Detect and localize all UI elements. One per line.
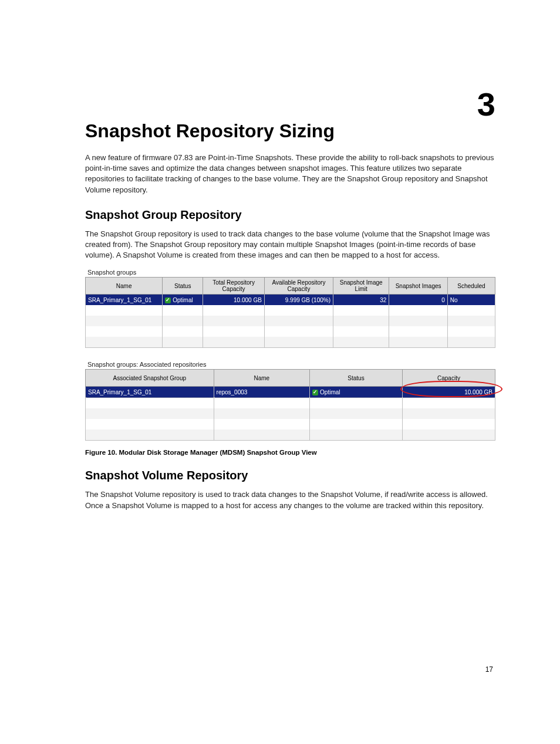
table-row [86, 326, 495, 337]
cell-status-text: Optimal [173, 297, 193, 303]
table2-label: Snapshot groups: Associated repositories [87, 361, 495, 368]
figure-snapshot-groups: Snapshot groups Name Status Total Reposi… [85, 269, 495, 441]
col-images: Snapshot Images [389, 278, 448, 295]
cell-capacity: 10.000 GB [402, 387, 495, 398]
col-name2: Name [214, 370, 310, 387]
cell-scheduled: No [447, 295, 495, 306]
cell-total: 10.000 GB [203, 295, 265, 306]
table-row [86, 316, 495, 326]
col-status2: Status [310, 370, 403, 387]
table-row [86, 305, 495, 316]
table-row [86, 337, 495, 348]
cell-images: 0 [389, 295, 448, 306]
col-image-limit: Snapshot Image Limit [333, 278, 389, 295]
table-row [86, 398, 495, 409]
cell-status2: Optimal [310, 387, 403, 398]
cell-status2-text: Optimal [320, 389, 340, 395]
col-name: Name [86, 278, 163, 295]
intro-paragraph: A new feature of firmware 07.83 are Poin… [85, 153, 495, 195]
col-assoc-group: Associated Snapshot Group [86, 370, 214, 387]
col-capacity: Capacity [402, 370, 495, 387]
associated-repos-table: Associated Snapshot Group Name Status Ca… [85, 369, 495, 441]
table-row [86, 408, 495, 419]
table-row [86, 419, 495, 430]
snapshot-groups-table: Name Status Total Repository Capacity Av… [85, 277, 495, 348]
page-title: Snapshot Repository Sizing [85, 120, 495, 142]
checkmark-icon [165, 297, 171, 303]
checkmark-icon [312, 390, 318, 395]
section-heading-volume-repo: Snapshot Volume Repository [85, 469, 495, 482]
chapter-number: 3 [477, 88, 495, 121]
cell-limit: 32 [333, 295, 389, 306]
cell-name: SRA_Primary_1_SG_01 [86, 295, 163, 306]
cell-available: 9.999 GB (100%) [264, 295, 333, 306]
section1-paragraph: The Snapshot Group repository is used to… [85, 229, 495, 261]
col-scheduled: Scheduled [447, 278, 495, 295]
cell-group: SRA_Primary_1_SG_01 [86, 387, 214, 398]
section-heading-group-repo: Snapshot Group Repository [85, 208, 495, 222]
table1-label: Snapshot groups [87, 269, 495, 276]
cell-status: Optimal [163, 295, 203, 306]
table-row[interactable]: SRA_Primary_1_SG_01 Optimal 10.000 GB 9.… [86, 295, 495, 306]
table-row[interactable]: SRA_Primary_1_SG_01 repos_0003 Optimal 1… [86, 387, 495, 398]
figure-caption: Figure 10. Modular Disk Storage Manager … [85, 449, 495, 456]
section2-paragraph: The Snapshot Volume repository is used t… [85, 489, 495, 510]
col-status: Status [163, 278, 203, 295]
cell-name2: repos_0003 [214, 387, 310, 398]
col-total-capacity: Total Repository Capacity [203, 278, 265, 295]
col-available-capacity: Available Repository Capacity [264, 278, 333, 295]
table-row [86, 430, 495, 441]
page-number: 17 [485, 665, 493, 674]
